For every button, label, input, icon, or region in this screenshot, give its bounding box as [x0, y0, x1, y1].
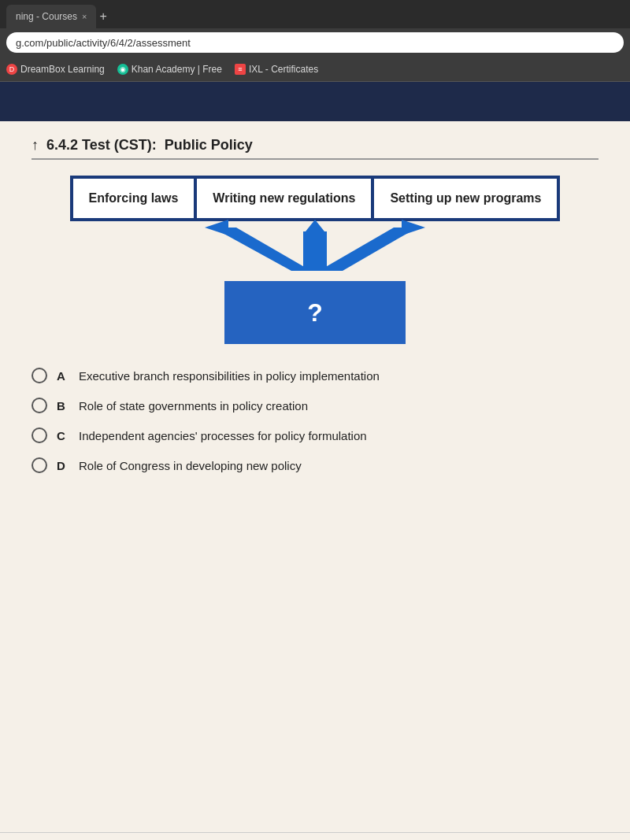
- svg-marker-5: [402, 220, 425, 235]
- address-bar[interactable]: g.com/public/activity/6/4/2/assessment: [6, 32, 624, 53]
- diagram-boxes-row: Enforcing laws Writing new regulations S…: [70, 176, 561, 221]
- address-bar-row: g.com/public/activity/6/4/2/assessment: [0, 28, 630, 57]
- test-title: ↑ 6.4.2 Test (CST): Public Policy: [32, 137, 598, 154]
- khan-label: Khan Academy | Free: [132, 64, 222, 75]
- radio-d[interactable]: [32, 457, 47, 473]
- new-tab-button[interactable]: +: [99, 9, 106, 24]
- browser-chrome: ning - Courses × + g.com/public/activity…: [0, 0, 630, 82]
- svg-marker-3: [306, 220, 324, 231]
- ixl-icon: ≡: [235, 64, 246, 75]
- choice-text-a: Executive branch responsibilities in pol…: [79, 369, 380, 383]
- choice-text-c: Independent agencies' processes for poli…: [79, 429, 367, 442]
- bottom-bar: ← PREVIOUS: [0, 832, 630, 840]
- box-enforcing-laws: Enforcing laws: [72, 177, 196, 220]
- arrows-area: [158, 220, 472, 283]
- test-id: 6.4.2 Test (CST):: [46, 137, 157, 154]
- tab-bar: ning - Courses × +: [0, 0, 630, 28]
- active-tab[interactable]: ning - Courses ×: [6, 5, 96, 28]
- radio-c[interactable]: [32, 427, 47, 443]
- box-setting-programs: Setting up new programs: [372, 177, 558, 220]
- radio-b[interactable]: [32, 398, 47, 413]
- test-subtitle: Public Policy: [165, 137, 253, 154]
- answer-choice-b[interactable]: B Role of state governments in policy cr…: [32, 398, 598, 413]
- answer-choice-c[interactable]: C Independent agencies' processes for po…: [32, 427, 598, 443]
- page-content: ↑ 6.4.2 Test (CST): Public Policy Enforc…: [0, 121, 630, 832]
- dreambox-label: DreamBox Learning: [20, 64, 105, 75]
- radio-a[interactable]: [32, 368, 47, 383]
- bookmark-ixl[interactable]: ≡ IXL - Certificates: [235, 64, 318, 75]
- choice-text-b: Role of state governments in policy crea…: [79, 399, 308, 413]
- arrows-svg: [158, 220, 472, 283]
- upload-icon: ↑: [32, 137, 39, 154]
- choice-letter-a: A: [57, 369, 69, 383]
- url-text: g.com/public/activity/6/4/2/assessment: [16, 37, 191, 49]
- content-area: ↑ 6.4.2 Test (CST): Public Policy Enforc…: [0, 121, 630, 832]
- close-tab-button[interactable]: ×: [82, 12, 87, 21]
- tab-label: ning - Courses: [16, 11, 77, 22]
- answer-choice-d[interactable]: D Role of Congress in developing new pol…: [32, 457, 598, 473]
- bookmark-khan[interactable]: ◉ Khan Academy | Free: [117, 64, 222, 75]
- svg-marker-1: [205, 220, 228, 235]
- box-writing-regulations: Writing new regulations: [195, 177, 372, 220]
- svg-marker-2: [303, 231, 327, 271]
- answer-choices: A Executive branch responsibilities in p…: [32, 368, 598, 473]
- choice-letter-b: B: [57, 399, 69, 413]
- bookmarks-bar: D DreamBox Learning ◉ Khan Academy | Fre…: [0, 57, 630, 82]
- question-box: ?: [224, 281, 406, 344]
- choice-letter-c: C: [57, 429, 69, 442]
- divider: [32, 158, 598, 160]
- app-nav-bar: [0, 82, 630, 121]
- answer-choice-a[interactable]: A Executive branch responsibilities in p…: [32, 368, 598, 383]
- ixl-label: IXL - Certificates: [249, 64, 318, 75]
- dreambox-icon: D: [6, 64, 17, 75]
- bookmark-dreambox[interactable]: D DreamBox Learning: [6, 64, 105, 75]
- khan-icon: ◉: [117, 64, 128, 75]
- question-mark: ?: [307, 298, 323, 327]
- diagram-container: Enforcing laws Writing new regulations S…: [32, 176, 598, 344]
- choice-text-d: Role of Congress in developing new polic…: [79, 459, 302, 472]
- choice-letter-d: D: [57, 459, 69, 472]
